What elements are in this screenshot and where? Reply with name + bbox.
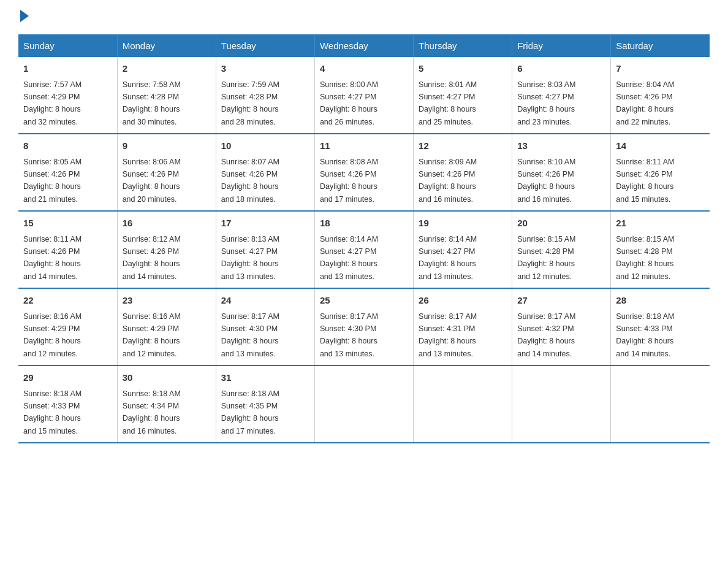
day-number: 31 xyxy=(221,371,309,385)
day-info: Sunrise: 8:11 AMSunset: 4:26 PMDaylight:… xyxy=(23,235,82,281)
day-info: Sunrise: 8:09 AMSunset: 4:26 PMDaylight:… xyxy=(419,158,477,204)
weekday-header-row: SundayMondayTuesdayWednesdayThursdayFrid… xyxy=(18,34,710,57)
calendar-cell: 16 Sunrise: 8:12 AMSunset: 4:26 PMDaylig… xyxy=(117,211,216,288)
calendar-cell: 9 Sunrise: 8:06 AMSunset: 4:26 PMDayligh… xyxy=(117,134,216,211)
calendar-cell: 22 Sunrise: 8:16 AMSunset: 4:29 PMDaylig… xyxy=(18,288,117,366)
day-info: Sunrise: 8:15 AMSunset: 4:28 PMDaylight:… xyxy=(517,235,575,281)
day-info: Sunrise: 8:04 AMSunset: 4:26 PMDaylight:… xyxy=(616,80,674,126)
calendar-cell: 7 Sunrise: 8:04 AMSunset: 4:26 PMDayligh… xyxy=(611,57,710,134)
day-info: Sunrise: 8:10 AMSunset: 4:26 PMDaylight:… xyxy=(517,158,575,204)
calendar-week-row: 15 Sunrise: 8:11 AMSunset: 4:26 PMDaylig… xyxy=(18,211,710,288)
day-number: 26 xyxy=(419,294,507,308)
day-info: Sunrise: 8:06 AMSunset: 4:26 PMDaylight:… xyxy=(123,158,181,204)
day-info: Sunrise: 8:18 AMSunset: 4:35 PMDaylight:… xyxy=(221,389,279,435)
day-number: 13 xyxy=(517,139,605,153)
calendar-cell: 4 Sunrise: 8:00 AMSunset: 4:27 PMDayligh… xyxy=(314,57,413,134)
day-number: 17 xyxy=(221,216,309,231)
page-header xyxy=(18,12,710,22)
day-number: 8 xyxy=(23,139,112,153)
calendar-cell: 27 Sunrise: 8:17 AMSunset: 4:32 PMDaylig… xyxy=(512,288,611,366)
calendar-cell: 14 Sunrise: 8:11 AMSunset: 4:26 PMDaylig… xyxy=(611,134,710,211)
day-number: 14 xyxy=(616,139,705,153)
day-number: 6 xyxy=(517,62,605,76)
day-info: Sunrise: 8:14 AMSunset: 4:27 PMDaylight:… xyxy=(320,235,378,281)
day-info: Sunrise: 8:01 AMSunset: 4:27 PMDaylight:… xyxy=(419,80,477,126)
weekday-header-tuesday: Tuesday xyxy=(216,34,314,57)
calendar-cell: 18 Sunrise: 8:14 AMSunset: 4:27 PMDaylig… xyxy=(314,211,413,288)
weekday-header-wednesday: Wednesday xyxy=(314,34,413,57)
day-number: 20 xyxy=(517,216,605,231)
calendar-cell: 29 Sunrise: 8:18 AMSunset: 4:33 PMDaylig… xyxy=(18,366,117,443)
day-info: Sunrise: 8:08 AMSunset: 4:26 PMDaylight:… xyxy=(320,158,378,204)
calendar-cell xyxy=(414,366,512,443)
calendar-cell: 13 Sunrise: 8:10 AMSunset: 4:26 PMDaylig… xyxy=(512,134,611,211)
calendar-cell xyxy=(512,366,611,443)
calendar-cell: 5 Sunrise: 8:01 AMSunset: 4:27 PMDayligh… xyxy=(414,57,512,134)
day-info: Sunrise: 8:15 AMSunset: 4:28 PMDaylight:… xyxy=(616,235,674,281)
calendar-cell xyxy=(611,366,710,443)
calendar-week-row: 8 Sunrise: 8:05 AMSunset: 4:26 PMDayligh… xyxy=(18,134,710,211)
weekday-header-saturday: Saturday xyxy=(611,34,710,57)
calendar-cell: 31 Sunrise: 8:18 AMSunset: 4:35 PMDaylig… xyxy=(216,366,314,443)
calendar-cell xyxy=(314,366,413,443)
day-number: 30 xyxy=(123,371,211,385)
day-number: 9 xyxy=(123,139,211,153)
day-number: 12 xyxy=(419,139,507,153)
logo-triangle-icon xyxy=(20,10,29,22)
calendar-cell: 8 Sunrise: 8:05 AMSunset: 4:26 PMDayligh… xyxy=(18,134,117,211)
weekday-header-thursday: Thursday xyxy=(414,34,512,57)
calendar-cell: 3 Sunrise: 7:59 AMSunset: 4:28 PMDayligh… xyxy=(216,57,314,134)
day-number: 21 xyxy=(616,216,705,231)
calendar-cell: 10 Sunrise: 8:07 AMSunset: 4:26 PMDaylig… xyxy=(216,134,314,211)
day-info: Sunrise: 7:59 AMSunset: 4:28 PMDaylight:… xyxy=(221,80,279,126)
calendar-cell: 26 Sunrise: 8:17 AMSunset: 4:31 PMDaylig… xyxy=(414,288,512,366)
day-number: 29 xyxy=(23,371,112,385)
day-info: Sunrise: 8:17 AMSunset: 4:31 PMDaylight:… xyxy=(419,312,477,358)
day-number: 18 xyxy=(320,216,408,231)
weekday-header-monday: Monday xyxy=(117,34,216,57)
day-number: 15 xyxy=(23,216,112,231)
calendar-week-row: 1 Sunrise: 7:57 AMSunset: 4:29 PMDayligh… xyxy=(18,57,710,134)
day-info: Sunrise: 7:58 AMSunset: 4:28 PMDaylight:… xyxy=(123,80,181,126)
calendar-cell: 19 Sunrise: 8:14 AMSunset: 4:27 PMDaylig… xyxy=(414,211,512,288)
day-info: Sunrise: 8:14 AMSunset: 4:27 PMDaylight:… xyxy=(419,235,477,281)
calendar-week-row: 22 Sunrise: 8:16 AMSunset: 4:29 PMDaylig… xyxy=(18,288,710,366)
day-info: Sunrise: 8:18 AMSunset: 4:34 PMDaylight:… xyxy=(123,389,181,435)
day-number: 28 xyxy=(616,294,705,308)
day-info: Sunrise: 8:00 AMSunset: 4:27 PMDaylight:… xyxy=(320,80,378,126)
calendar-cell: 25 Sunrise: 8:17 AMSunset: 4:30 PMDaylig… xyxy=(314,288,413,366)
day-info: Sunrise: 8:17 AMSunset: 4:32 PMDaylight:… xyxy=(517,312,575,358)
day-number: 27 xyxy=(517,294,605,308)
calendar-cell: 20 Sunrise: 8:15 AMSunset: 4:28 PMDaylig… xyxy=(512,211,611,288)
day-number: 3 xyxy=(221,62,309,76)
calendar-cell: 12 Sunrise: 8:09 AMSunset: 4:26 PMDaylig… xyxy=(414,134,512,211)
day-info: Sunrise: 8:07 AMSunset: 4:26 PMDaylight:… xyxy=(221,158,279,204)
calendar-week-row: 29 Sunrise: 8:18 AMSunset: 4:33 PMDaylig… xyxy=(18,366,710,443)
day-number: 19 xyxy=(419,216,507,231)
day-info: Sunrise: 8:13 AMSunset: 4:27 PMDaylight:… xyxy=(221,235,279,281)
day-number: 11 xyxy=(320,139,408,153)
day-info: Sunrise: 8:03 AMSunset: 4:27 PMDaylight:… xyxy=(517,80,575,126)
calendar-body: 1 Sunrise: 7:57 AMSunset: 4:29 PMDayligh… xyxy=(18,57,710,443)
day-number: 1 xyxy=(23,62,112,76)
calendar-cell: 2 Sunrise: 7:58 AMSunset: 4:28 PMDayligh… xyxy=(117,57,216,134)
day-number: 24 xyxy=(221,294,309,308)
day-info: Sunrise: 8:16 AMSunset: 4:29 PMDaylight:… xyxy=(23,312,82,358)
day-number: 4 xyxy=(320,62,408,76)
day-info: Sunrise: 8:11 AMSunset: 4:26 PMDaylight:… xyxy=(616,158,674,204)
day-number: 2 xyxy=(123,62,211,76)
day-info: Sunrise: 8:17 AMSunset: 4:30 PMDaylight:… xyxy=(320,312,378,358)
calendar-table: SundayMondayTuesdayWednesdayThursdayFrid… xyxy=(18,34,710,443)
calendar-cell: 28 Sunrise: 8:18 AMSunset: 4:33 PMDaylig… xyxy=(611,288,710,366)
weekday-header-friday: Friday xyxy=(512,34,611,57)
calendar-cell: 23 Sunrise: 8:16 AMSunset: 4:29 PMDaylig… xyxy=(117,288,216,366)
calendar-cell: 24 Sunrise: 8:17 AMSunset: 4:30 PMDaylig… xyxy=(216,288,314,366)
day-info: Sunrise: 8:18 AMSunset: 4:33 PMDaylight:… xyxy=(23,389,82,435)
calendar-cell: 17 Sunrise: 8:13 AMSunset: 4:27 PMDaylig… xyxy=(216,211,314,288)
weekday-header-sunday: Sunday xyxy=(18,34,117,57)
calendar-cell: 1 Sunrise: 7:57 AMSunset: 4:29 PMDayligh… xyxy=(18,57,117,134)
day-info: Sunrise: 8:18 AMSunset: 4:33 PMDaylight:… xyxy=(616,312,674,358)
day-number: 25 xyxy=(320,294,408,308)
day-info: Sunrise: 7:57 AMSunset: 4:29 PMDaylight:… xyxy=(23,80,82,126)
calendar-cell: 6 Sunrise: 8:03 AMSunset: 4:27 PMDayligh… xyxy=(512,57,611,134)
